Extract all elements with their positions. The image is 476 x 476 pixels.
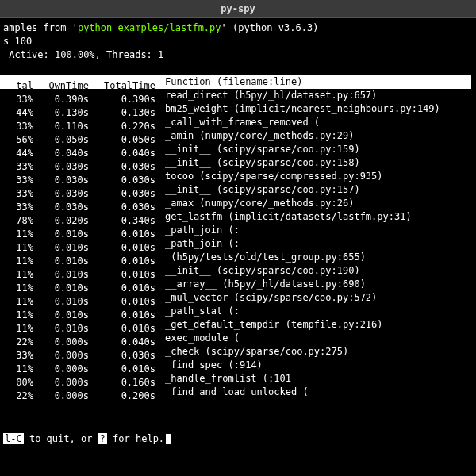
blank-line: [0, 62, 471, 75]
table-row: 11%0.000s0.010s_find_spec (:914): [0, 359, 471, 372]
table-row: 33%0.030s0.030stocoo (scipy/sparse/compr…: [0, 170, 471, 183]
quit-key: l-C: [3, 433, 24, 444]
cell-function: tocoo (scipy/sparse/compressed.py:935): [155, 170, 383, 183]
cell-function: _find_and_load_unlocked (: [155, 386, 309, 399]
table-row: 33%0.110s0.220s_call_with_frames_removed…: [0, 116, 471, 129]
cursor-icon: [166, 434, 171, 444]
cell-function: _path_join (:: [155, 224, 240, 237]
table-row: 11%0.010s0.010s_path_stat (:: [0, 305, 471, 318]
terminal-output: amples from 'python examples/lastfm.py' …: [0, 18, 476, 402]
table-row: 11%0.010s0.010s__init__ (scipy/sparse/co…: [0, 264, 471, 278]
table-row: 33%0.030s0.030s__init__ (scipy/sparse/co…: [0, 156, 471, 170]
cell-function: __init__ (scipy/sparse/coo.py:159): [155, 143, 360, 156]
cell-function: __init__ (scipy/sparse/coo.py:157): [155, 183, 360, 197]
cell-function: _mul_vector (scipy/sparse/coo.py:572): [155, 291, 377, 305]
table-row: 11%0.010s0.010s_path_join (:: [0, 237, 471, 251]
table-row: 44%0.130s0.130sbm25_weight (implicit/nea…: [0, 102, 471, 116]
footer-help: l-C to quit, or ? for help.: [3, 433, 171, 444]
column-headers: talOwnTimeTotalTimeFunction (filename:li…: [0, 75, 471, 89]
table-row: 11%0.010s0.010s_mul_vector (scipy/sparse…: [0, 291, 471, 305]
table-row: 00%0.000s0.160s_handle_fromlist (:101: [0, 372, 471, 386]
cell-function: _path_stat (:: [155, 305, 240, 318]
table-row: 11%0.010s0.010s_path_join (:: [0, 224, 471, 237]
cell-function: bm25_weight (implicit/nearest_neighbours…: [155, 102, 440, 116]
table-row: 33%0.030s0.030s_amax (numpy/core/_method…: [0, 197, 471, 210]
cell-function: _find_spec (:914): [155, 359, 263, 372]
table-row: 33%0.390s0.390sread_direct (h5py/_hl/dat…: [0, 89, 471, 102]
table-row: 33%0.030s0.030s__init__ (scipy/sparse/co…: [0, 183, 471, 197]
cell-totaltime: 0.200s: [89, 390, 155, 403]
cell-function: __init__ (scipy/sparse/coo.py:190): [155, 264, 360, 278]
cell-function: (h5py/tests/old/test_group.py:655): [155, 251, 366, 264]
cell-function: exec_module (: [155, 332, 240, 345]
cell-function: _path_join (:: [155, 237, 240, 251]
command-text: python examples/lastfm.py: [78, 22, 221, 33]
cell-function: _amax (numpy/core/_methods.py:26): [155, 197, 354, 210]
table-row: 22%0.000s0.040sexec_module (: [0, 332, 471, 345]
help-key: ?: [98, 433, 107, 444]
window-titlebar: py-spy: [0, 0, 476, 18]
table-row: 44%0.040s0.040s__init__ (scipy/sparse/co…: [0, 143, 471, 156]
table-row: 78%0.020s0.340sget_lastfm (implicit/data…: [0, 210, 471, 224]
table-row: 11%0.010s0.010s__array__ (h5py/_hl/datas…: [0, 278, 471, 291]
col-function: Function (filename:line): [155, 75, 302, 89]
header-line-3: Active: 100.00%, Threads: 1: [0, 48, 471, 62]
table-row: 11%0.010s0.010s_get_default_tempdir (tem…: [0, 318, 471, 332]
cell-owntime: 0.000s: [33, 390, 89, 403]
cell-function: read_direct (h5py/_hl/dataset.py:657): [155, 89, 377, 102]
cell-tal: 22%: [3, 390, 33, 403]
header-line-2: s 100: [0, 35, 471, 48]
cell-function: _handle_fromlist (:101: [155, 372, 291, 386]
cell-function: _amin (numpy/core/_methods.py:29): [155, 129, 354, 143]
cell-function: __init__ (scipy/sparse/coo.py:158): [155, 156, 360, 170]
window-title: py-spy: [221, 3, 255, 14]
cell-function: get_lastfm (implicit/datasets/lastfm.py:…: [155, 210, 412, 224]
cell-function: __array__ (h5py/_hl/dataset.py:690): [155, 278, 366, 291]
cell-function: _check (scipy/sparse/coo.py:275): [155, 345, 348, 359]
header-line-1: amples from 'python examples/lastfm.py' …: [0, 21, 471, 35]
cell-function: _get_default_tempdir (tempfile.py:216): [155, 318, 383, 332]
cell-function: _call_with_frames_removed (: [155, 116, 320, 129]
table-row: 22%0.000s0.200s_find_and_load_unlocked (: [0, 386, 471, 399]
data-rows: 33%0.390s0.390sread_direct (h5py/_hl/dat…: [0, 89, 471, 399]
table-row: 11%0.010s0.010s (h5py/tests/old/test_gro…: [0, 251, 471, 264]
table-row: 33%0.000s0.030s_check (scipy/sparse/coo.…: [0, 345, 471, 359]
table-row: 56%0.050s0.050s_amin (numpy/core/_method…: [0, 129, 471, 143]
